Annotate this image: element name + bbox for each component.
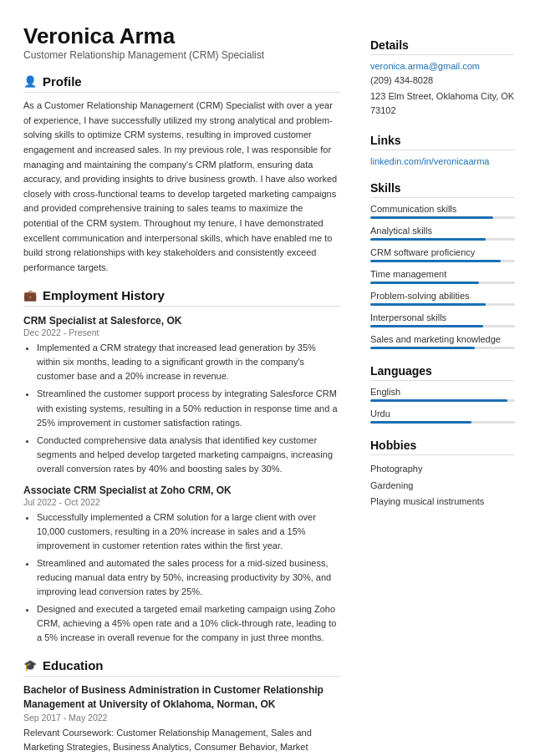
skill-item: Interpersonal skills [370, 312, 515, 327]
job-1-title: CRM Specialist at Salesforce, OK [23, 315, 340, 327]
languages-section-title: Languages [370, 364, 515, 381]
lang-item: English [370, 387, 515, 402]
skill-bar-fill [370, 325, 483, 327]
job-1-date: Dec 2022 - Present [23, 327, 340, 337]
skills-list: Communication skills Analytical skills C… [370, 204, 515, 349]
address: 123 Elm Street, Oklahoma City, OK 73102 [370, 89, 515, 119]
list-item: Streamlined the customer support process… [37, 387, 340, 429]
skill-bar-fill [370, 421, 471, 424]
profile-section-title: 👤 Profile [23, 74, 340, 93]
skill-label: Interpersonal skills [370, 312, 515, 322]
phone: (209) 434-8028 [370, 74, 515, 89]
links-section-title: Links [370, 134, 515, 150]
skill-item: Analytical skills [370, 226, 515, 241]
skill-bar-bg [370, 347, 515, 349]
skills-section-title: Skills [370, 181, 515, 198]
list-item: Designed and executed a targeted email m… [37, 602, 340, 645]
skill-bar-bg [370, 260, 515, 262]
skill-label: Time management [370, 269, 515, 279]
employment-section-title: 💼 Employment History [23, 288, 340, 307]
skill-item: Time management [370, 269, 515, 284]
candidate-title: Customer Relationship Management (CRM) S… [23, 49, 340, 61]
skill-bar-fill [370, 260, 501, 262]
skill-item: CRM software proficiency [370, 247, 515, 262]
linkedin-link[interactable]: linkedin.com/in/veronicaarma [370, 156, 515, 166]
job-2-bullets: Successfully implemented a CRM solution … [23, 510, 340, 645]
profile-icon: 👤 [23, 75, 37, 88]
edu-1-text: Relevant Coursework: Customer Relationsh… [23, 726, 340, 756]
job-2-title: Associate CRM Specialist at Zoho CRM, OK [23, 485, 340, 496]
skill-bar-bg [370, 399, 515, 402]
list-item: Implemented a CRM strategy that increase… [37, 341, 340, 383]
skill-bar-bg [370, 303, 515, 306]
skill-bar-fill [370, 303, 486, 306]
hobbies-section-title: Hobbies [370, 439, 515, 455]
lang-label: Urdu [370, 408, 515, 419]
hobby-item: Photography [370, 461, 515, 478]
employment-icon: 💼 [23, 289, 37, 302]
skill-bar-bg [370, 282, 515, 284]
skill-bar-fill [370, 399, 507, 402]
skill-bar-fill [370, 238, 486, 241]
skill-bar-fill [370, 282, 479, 284]
skill-item: Sales and marketing knowledge [370, 334, 515, 349]
job-1-bullets: Implemented a CRM strategy that increase… [23, 341, 340, 475]
list-item: Successfully implemented a CRM solution … [37, 510, 340, 553]
hobby-item: Gardening [370, 478, 515, 495]
hobby-item: Playing musical instruments [370, 494, 515, 510]
lang-item: Urdu [370, 408, 515, 424]
skill-label: Communication skills [370, 204, 515, 214]
list-item: Conducted comprehensive data analysis th… [37, 434, 340, 476]
email-link[interactable]: veronica.arma@gmail.com [370, 61, 515, 71]
details-section-title: Details [370, 38, 515, 55]
skill-bar-bg [370, 238, 515, 241]
skill-item: Communication skills [370, 204, 515, 219]
lang-label: English [370, 387, 515, 397]
skill-bar-fill [370, 216, 493, 219]
skill-bar-bg [370, 216, 515, 219]
job-2-date: Jul 2022 - Oct 2022 [23, 497, 340, 507]
skill-label: Analytical skills [370, 226, 515, 236]
skill-label: Problem-solving abilities [370, 291, 515, 301]
edu-1-title: Bachelor of Business Administration in C… [23, 683, 340, 712]
candidate-name: Veronica Arma [23, 23, 340, 49]
education-section-title: 🎓 Education [23, 658, 340, 677]
edu-1-date: Sep 2017 - May 2022 [23, 713, 340, 723]
skill-label: Sales and marketing knowledge [370, 334, 515, 344]
list-item: Streamlined and automated the sales proc… [37, 556, 340, 599]
skill-label: CRM software proficiency [370, 247, 515, 257]
skill-bar-fill [370, 347, 475, 349]
education-icon: 🎓 [23, 659, 37, 672]
skill-bar-bg [370, 325, 515, 327]
skill-item: Problem-solving abilities [370, 291, 515, 306]
skill-bar-bg [370, 421, 515, 424]
profile-text: As a Customer Relationship Management (C… [23, 99, 340, 275]
